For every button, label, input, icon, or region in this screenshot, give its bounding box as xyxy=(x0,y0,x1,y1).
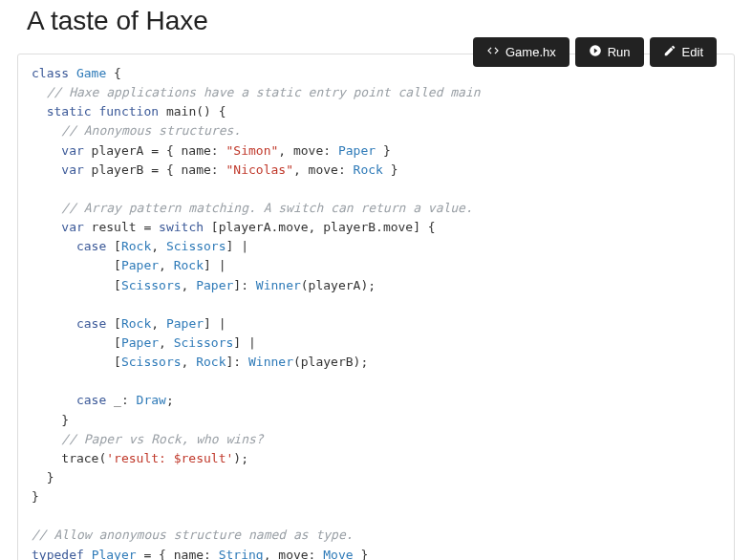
page-title: A taste of Haxe xyxy=(27,6,735,36)
edit-label: Edit xyxy=(682,45,703,59)
edit-button[interactable]: Edit xyxy=(650,37,717,67)
file-label: Game.hx xyxy=(505,45,556,59)
play-icon xyxy=(589,44,602,60)
code-block: Game.hx Run Edit class Game { // Haxe ap… xyxy=(17,54,735,560)
code-icon xyxy=(486,44,500,60)
pencil-icon xyxy=(663,44,677,60)
run-label: Run xyxy=(608,45,631,59)
run-button[interactable]: Run xyxy=(575,37,644,67)
toolbar: Game.hx Run Edit xyxy=(473,37,717,67)
code-content: class Game { // Haxe applications have a… xyxy=(18,54,734,560)
file-button[interactable]: Game.hx xyxy=(473,37,569,67)
